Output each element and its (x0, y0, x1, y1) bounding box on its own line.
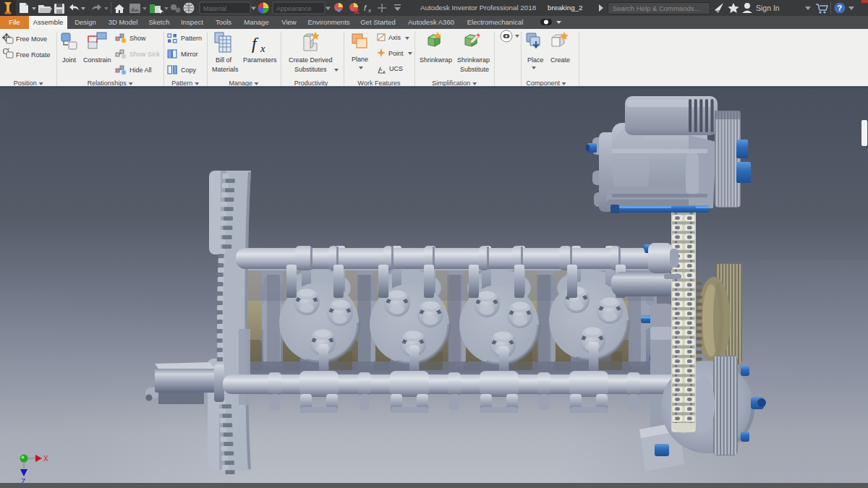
svg-text:X: X (43, 455, 48, 463)
svg-text:f: f (252, 34, 259, 53)
svg-text:x: x (260, 43, 265, 54)
